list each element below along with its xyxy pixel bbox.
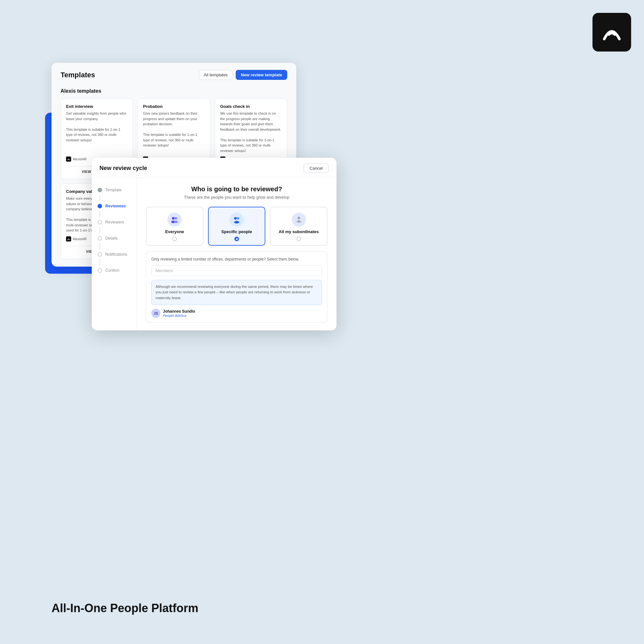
step-label-details: Details: [105, 236, 118, 241]
members-select[interactable]: Members: [151, 265, 322, 276]
alexis-templates-label: Alexis templates: [61, 88, 287, 94]
svg-point-1: [175, 217, 177, 220]
templates-header-actions: All templates New review template: [199, 70, 287, 80]
steps-sidebar: Template Reviewees Reviewers Details Not…: [92, 178, 137, 330]
new-review-template-button[interactable]: New review template: [236, 70, 287, 80]
specific-desc: Only reviewing a limited number of offic…: [151, 256, 322, 262]
card-desc: Give new joiners feedback on their progr…: [143, 111, 204, 153]
advisor-role: People Advisor: [163, 314, 195, 317]
step-template[interactable]: Template: [98, 185, 131, 195]
step-connector-3: [99, 227, 100, 233]
step-label-reviewees: Reviewees: [105, 204, 126, 208]
reviewer-options: Everyone Specific people: [146, 207, 327, 246]
step-details[interactable]: Details: [98, 233, 131, 243]
advisor-name: Johannes Sundlo: [163, 309, 195, 314]
step-reviewees[interactable]: Reviewees: [98, 201, 131, 211]
step-connector-4: [99, 243, 100, 249]
svg-point-4: [234, 217, 237, 220]
svg-point-7: [298, 217, 300, 219]
step-dot-template: [98, 188, 102, 192]
all-templates-button[interactable]: All templates: [199, 70, 232, 80]
creator-logo: [66, 236, 71, 241]
review-modal-title: New review cycle: [99, 165, 147, 172]
specific-people-section: Only reviewing a limited number of offic…: [146, 251, 327, 323]
everyone-icon: [167, 213, 182, 227]
templates-header: Templates All templates New review templ…: [52, 63, 296, 85]
advisor-avatar: JS: [151, 309, 160, 318]
step-connector-5: [99, 260, 100, 265]
step-dot-notifications: [98, 252, 102, 257]
svg-point-3: [174, 221, 178, 223]
creator-name: AlexisHR: [73, 157, 87, 161]
option-everyone-label: Everyone: [165, 229, 184, 234]
subordinates-icon: [292, 213, 306, 227]
step-label-notifications: Notifications: [105, 252, 127, 257]
who-title: Who is going to be reviewed?: [146, 185, 327, 193]
cancel-button[interactable]: Cancel: [304, 164, 329, 173]
option-specific-label: Specific people: [221, 229, 252, 234]
templates-title: Templates: [61, 71, 95, 79]
specific-icon: [230, 213, 244, 227]
option-specific-people[interactable]: Specific people: [208, 207, 266, 246]
option-everyone[interactable]: Everyone: [146, 207, 204, 246]
who-subtitle: These are the people you want to help gr…: [146, 195, 327, 200]
creator-name: AlexisHR: [73, 237, 87, 241]
option-subordinates[interactable]: All my subordinates: [270, 207, 327, 246]
svg-point-5: [237, 217, 239, 220]
review-modal-body: Template Reviewees Reviewers Details Not…: [92, 178, 336, 330]
review-main-content: Who is going to be reviewed? These are t…: [137, 178, 336, 330]
advisor-row: JS Johannes Sundlo People Advisor: [151, 309, 322, 318]
step-connector-2: [99, 211, 100, 217]
step-notifications[interactable]: Notifications: [98, 249, 131, 260]
card-desc: Get valuable insights from people who le…: [66, 111, 128, 153]
svg-point-6: [234, 221, 239, 223]
svg-point-10: [297, 221, 300, 223]
step-connector-1: [99, 195, 100, 201]
step-label-confirm: Confirm: [105, 268, 119, 273]
card-desc: We use this template to check in on the …: [220, 111, 282, 153]
card-title: Exit interview: [66, 104, 128, 109]
tagline: All-In-One People Platform: [52, 601, 198, 615]
svg-point-0: [172, 217, 175, 220]
step-confirm[interactable]: Confirm: [98, 265, 131, 276]
option-subordinates-label: All my subordinates: [279, 229, 319, 234]
step-dot-reviewers: [98, 220, 102, 224]
creator-logo: [66, 156, 71, 162]
step-reviewers[interactable]: Reviewers: [98, 217, 131, 227]
step-dot-confirm: [98, 268, 102, 273]
step-dot-details: [98, 236, 102, 241]
option-everyone-radio[interactable]: [172, 237, 177, 241]
step-label-reviewers: Reviewers: [105, 220, 124, 224]
review-modal-header: New review cycle Cancel: [92, 158, 336, 178]
card-title: Probation: [143, 104, 204, 109]
info-box: Although we recommend reviewing everyone…: [151, 280, 322, 305]
step-dot-reviewees: [98, 204, 102, 208]
review-modal: New review cycle Cancel Template Reviewe…: [92, 158, 336, 330]
logo: [592, 13, 631, 52]
advisor-info: Johannes Sundlo People Advisor: [163, 309, 195, 317]
card-title: Goals check in: [220, 104, 282, 109]
option-subordinates-radio[interactable]: [297, 237, 301, 241]
step-label-template: Template: [105, 188, 122, 192]
option-specific-radio[interactable]: [234, 237, 239, 241]
